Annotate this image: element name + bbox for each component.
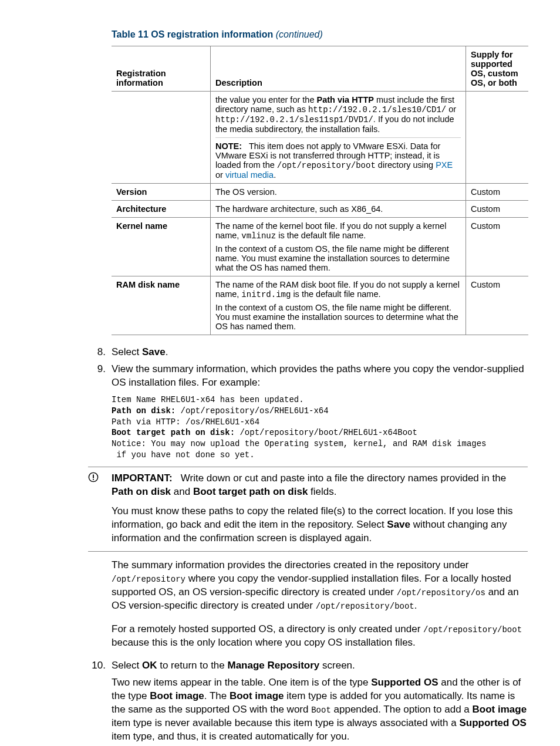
caption-continued: (continued): [276, 29, 323, 39]
ram-desc-2: In the context of a custom OS, the file …: [215, 303, 461, 331]
svg-rect-1: [93, 475, 94, 478]
table-row-architecture: Architecture The hardware architecture, …: [112, 201, 528, 218]
header-supply: Supply for supported OS, custom OS, or b…: [466, 46, 529, 92]
important-icon: [88, 472, 99, 482]
step-10-para-1: Two new items appear in the table. One i…: [112, 676, 528, 744]
step-9-para-2: For a remotely hosted supported OS, a di…: [112, 623, 528, 650]
procedure-steps: 8. Select Save. 9. View the summary info…: [32, 346, 528, 744]
step-9: 9. View the summary information, which p…: [91, 363, 528, 650]
kernel-desc-1: The name of the kernel boot file. If you…: [215, 221, 461, 241]
step-9-para-1: The summary information provides the dir…: [112, 559, 528, 613]
http-note: NOTE: This item does not apply to VMware…: [215, 137, 461, 180]
summary-code-block: Item Name RHEL6U1-x64 has been updated. …: [112, 394, 528, 461]
header-description: Description: [211, 46, 466, 92]
kernel-desc-2: In the context of a custom OS, the file …: [215, 244, 461, 272]
table-row-ram: RAM disk name The name of the RAM disk b…: [112, 276, 528, 335]
ram-desc-1: The name of the RAM disk boot file. If y…: [215, 280, 461, 299]
os-registration-table: Registration information Description Sup…: [112, 46, 528, 335]
header-registration: Registration information: [112, 46, 211, 92]
table-row-version: Version The OS version. Custom: [112, 184, 528, 201]
virtual-media-link[interactable]: virtual media: [225, 170, 274, 180]
important-callout: IMPORTANT: Write down or cut and paste i…: [88, 467, 528, 552]
step-8: 8. Select Save.: [91, 346, 528, 359]
caption-title: Table 11 OS registration information: [112, 29, 273, 39]
pxe-link[interactable]: PXE: [436, 160, 453, 170]
table-row-http: the value you enter for the Path via HTT…: [112, 92, 528, 184]
table-row-kernel: Kernel name The name of the kernel boot …: [112, 218, 528, 276]
http-desc-1: the value you enter for the Path via HTT…: [215, 95, 461, 134]
table-header-row: Registration information Description Sup…: [112, 46, 528, 92]
svg-rect-2: [93, 479, 94, 480]
table-caption: Table 11 OS registration information (co…: [112, 29, 528, 40]
step-10: 10. Select OK to return to the Manage Re…: [91, 659, 528, 744]
